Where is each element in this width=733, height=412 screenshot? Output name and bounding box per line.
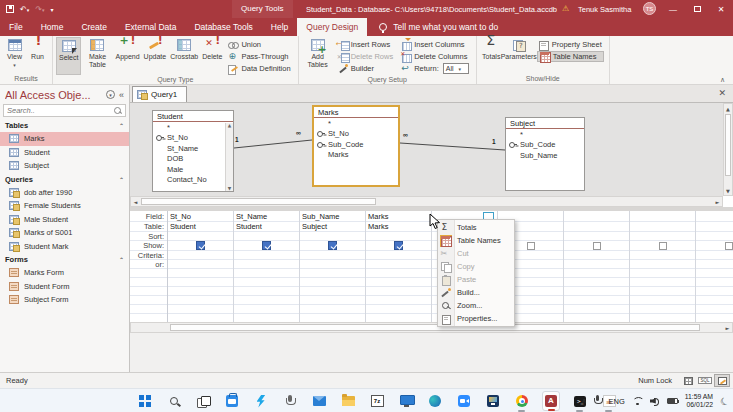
field-sub-code[interactable]: Sub_Code: [506, 140, 584, 151]
sort-cell[interactable]: [564, 232, 629, 241]
show-cell[interactable]: [234, 241, 299, 251]
show-checkbox[interactable]: [394, 241, 403, 250]
criteria-cell[interactable]: [630, 251, 695, 260]
avatar[interactable]: TS: [643, 2, 656, 15]
union-button[interactable]: Union: [226, 39, 292, 50]
top-pane-vscrollbar[interactable]: ▲ ▼: [723, 103, 733, 196]
field-cell[interactable]: St_Name: [234, 211, 299, 222]
delete-button[interactable]: Delete: [200, 37, 224, 75]
field-st-no[interactable]: St_No: [153, 133, 233, 144]
property-sheet-button[interactable]: Property Sheet: [537, 39, 604, 50]
or-cell[interactable]: [366, 260, 431, 269]
shutter-bar-icon[interactable]: «: [119, 90, 124, 100]
search-input[interactable]: [7, 106, 112, 115]
select-button[interactable]: Select: [56, 37, 81, 75]
datasheet-view-button[interactable]: [680, 374, 696, 387]
table-cell[interactable]: [630, 222, 695, 232]
night-mode-icon[interactable]: ☾: [718, 394, 731, 408]
close-button[interactable]: ✕: [709, 0, 733, 18]
menu-item-totals[interactable]: Totals: [438, 221, 514, 234]
sort-cell[interactable]: [630, 232, 695, 241]
or-cell[interactable]: [168, 260, 233, 269]
close-document-icon[interactable]: ✕: [718, 88, 726, 98]
return-dropdown[interactable]: All▾: [443, 63, 469, 74]
nav-item-subject[interactable]: Subject: [0, 159, 129, 173]
show-checkbox[interactable]: [725, 242, 733, 250]
tell-me[interactable]: Tell me what you want to do: [393, 18, 498, 36]
insert-rows-button[interactable]: Insert Rows: [336, 39, 396, 50]
mail-button[interactable]: [310, 391, 328, 411]
criteria-cell[interactable]: [564, 251, 629, 260]
document-tab-query1[interactable]: Query1: [132, 86, 187, 102]
redo-icon[interactable]: ↷▾: [35, 5, 44, 14]
nav-item-subject-form[interactable]: Subject Form: [0, 293, 129, 307]
task-view-button[interactable]: [194, 391, 212, 411]
sort-cell[interactable]: [234, 232, 299, 241]
field-cell[interactable]: Sub_Name: [300, 211, 365, 222]
nav-item-marks-of-s001[interactable]: Marks of S001: [0, 226, 129, 240]
flash-button[interactable]: [252, 391, 270, 411]
sort-cell[interactable]: [168, 232, 233, 241]
save-icon[interactable]: [6, 5, 14, 13]
table-cell[interactable]: [564, 222, 629, 232]
grid-hscrollbar[interactable]: ►: [130, 322, 733, 333]
sort-cell[interactable]: [696, 232, 733, 241]
top-pane-hscrollbar[interactable]: ◄ ►: [130, 196, 723, 207]
sort-cell[interactable]: [300, 232, 365, 241]
wifi-icon[interactable]: [632, 397, 643, 406]
table-cell[interactable]: Marks: [366, 222, 431, 232]
speaker-icon[interactable]: [650, 397, 660, 406]
show-cell[interactable]: [366, 241, 431, 251]
field-star[interactable]: *: [153, 122, 233, 133]
nav-item-dob-after-1990[interactable]: dob after 1990: [0, 186, 129, 200]
tab-create[interactable]: Create: [72, 18, 116, 36]
recorder-button[interactable]: [281, 391, 299, 411]
or-cell[interactable]: [696, 260, 733, 269]
tab-file[interactable]: File: [0, 18, 32, 36]
scroll-up-icon[interactable]: ▲: [228, 123, 231, 128]
tab-help[interactable]: Help: [262, 18, 297, 36]
nav-item-male-student[interactable]: Male Student: [0, 213, 129, 227]
field-cell[interactable]: [564, 211, 629, 222]
menu-item-properties[interactable]: Properties...: [438, 312, 514, 325]
table-cell[interactable]: Student: [168, 222, 233, 232]
or-cell[interactable]: [234, 260, 299, 269]
scroll-right-icon[interactable]: ►: [713, 197, 722, 206]
collapse-ribbon-icon[interactable]: ∧: [720, 76, 725, 84]
sort-cell[interactable]: [366, 232, 431, 241]
scroll-down-icon[interactable]: ▼: [724, 186, 732, 195]
table-cell[interactable]: Student: [234, 222, 299, 232]
minimize-button[interactable]: —: [661, 0, 685, 18]
show-checkbox[interactable]: [262, 241, 271, 250]
search-button[interactable]: [165, 391, 183, 411]
criteria-cell[interactable]: [696, 251, 733, 260]
show-cell[interactable]: [168, 241, 233, 251]
field-marks[interactable]: Marks: [314, 150, 398, 161]
hidden-icons-icon[interactable]: ∧: [581, 397, 586, 405]
media-button[interactable]: [484, 391, 502, 411]
chrome-button[interactable]: [513, 391, 531, 411]
field-dob[interactable]: DOB: [153, 154, 233, 165]
totals-button[interactable]: Totals: [480, 37, 503, 75]
sql-view-button[interactable]: SQL: [697, 374, 713, 387]
append-button[interactable]: Append: [113, 37, 141, 75]
nav-section-forms[interactable]: Forms⌃: [0, 253, 129, 266]
field-list-student[interactable]: Student*St_NoSt_NameDOBMaleContact_No▲▼: [152, 110, 234, 192]
nav-section-tables[interactable]: Tables⌃: [0, 119, 129, 132]
field-list-marks[interactable]: Marks*St_NoSub_CodeMarks: [312, 105, 400, 187]
field-st-name[interactable]: St_Name: [153, 143, 233, 154]
zoom-app-button[interactable]: [455, 391, 473, 411]
or-cell[interactable]: [564, 260, 629, 269]
field-sub-name[interactable]: Sub_Name: [506, 150, 584, 161]
nav-menu-icon[interactable]: ▾: [106, 90, 115, 99]
field-star[interactable]: *: [506, 129, 584, 140]
show-cell[interactable]: [630, 241, 695, 251]
insert-columns-button[interactable]: Insert Columns: [399, 39, 471, 50]
delete-rows-button[interactable]: Delete Rows: [336, 51, 396, 62]
run-button[interactable]: Run: [26, 37, 49, 75]
nav-item-female-students[interactable]: Female Students: [0, 199, 129, 213]
field-star[interactable]: *: [314, 118, 398, 129]
view-button[interactable]: View▾: [3, 37, 26, 75]
access-button[interactable]: A: [542, 391, 560, 411]
update-button[interactable]: Update: [142, 37, 169, 75]
